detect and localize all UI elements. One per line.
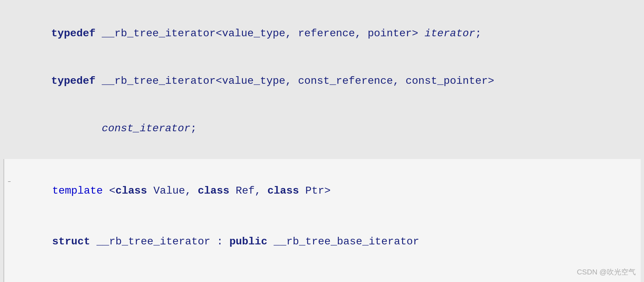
keyword-class-1: class bbox=[115, 185, 147, 197]
const-iterator-name: const_iterator bbox=[102, 122, 190, 135]
keyword-struct: struct bbox=[52, 235, 90, 248]
main-container: typedef __rb_tree_iterator<value_type, r… bbox=[0, 0, 644, 282]
bottom-code-block: ⁻ template <class Value, class Ref, clas… bbox=[3, 159, 641, 282]
keyword-typedef-2: typedef bbox=[51, 75, 95, 87]
fold-button[interactable]: ⁻ bbox=[7, 177, 12, 190]
open-brace: { bbox=[14, 267, 631, 282]
top-line-1-text: __rb_tree_iterator<value_type, reference… bbox=[96, 27, 425, 40]
keyword-template: template bbox=[52, 185, 103, 197]
top-line-2-text: __rb_tree_iterator<value_type, const_ref… bbox=[96, 75, 494, 87]
top-line-2: typedef __rb_tree_iterator<value_type, c… bbox=[13, 57, 631, 105]
template-line: template <class Value, class Ref, class … bbox=[14, 166, 631, 216]
top-line-1: typedef __rb_tree_iterator<value_type, r… bbox=[13, 10, 631, 57]
keyword-class-3: class bbox=[267, 185, 299, 197]
top-line-3: const_iterator; bbox=[13, 105, 631, 152]
keyword-typedef-1: typedef bbox=[51, 27, 95, 40]
top-code-block: typedef __rb_tree_iterator<value_type, r… bbox=[0, 7, 644, 159]
keyword-public: public bbox=[229, 235, 267, 248]
watermark: CSDN @吹光空气 bbox=[577, 267, 636, 277]
keyword-class-2: class bbox=[198, 185, 229, 197]
iterator-name-1: iterator bbox=[424, 27, 475, 40]
struct-line: struct __rb_tree_iterator : public __rb_… bbox=[14, 216, 631, 267]
